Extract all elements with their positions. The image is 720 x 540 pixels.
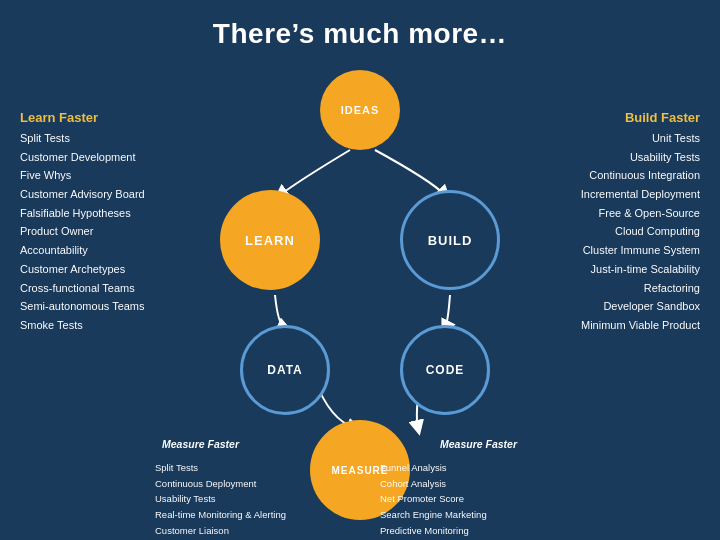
list-item: Net Promoter Score [380,491,540,507]
list-item: Cloud Computing [540,222,700,241]
list-item: Developer Sandbox [540,297,700,316]
list-item: Customer Advisory Board [20,185,180,204]
list-item: Cohort Analysis [380,476,540,492]
list-item: Funnel Analysis [380,460,540,476]
list-item: Search Engine Marketing [380,507,540,523]
bottom-right-section: Funnel Analysis Cohort Analysis Net Prom… [380,460,540,538]
list-item: Continuous Deployment [155,476,295,492]
list-item: Refactoring [540,279,700,298]
list-item: Usability Tests [540,148,700,167]
list-item: Real-time Monitoring & Alerting [155,507,295,523]
list-item: Split Tests [155,460,295,476]
ideas-circle: IDEAS [320,70,400,150]
list-item: Accountability [20,241,180,260]
build-circle: BUILD [400,190,500,290]
data-circle: DATA [240,325,330,415]
list-item: Usability Tests [155,491,295,507]
learn-faster-label: Learn Faster [20,110,180,125]
list-item: Minimum Viable Product [540,316,700,335]
list-item: Cross-functional Teams [20,279,180,298]
list-item: Split Tests [20,129,180,148]
list-item: Five Whys [20,166,180,185]
list-item: Customer Archetypes [20,260,180,279]
list-item: Product Owner [20,222,180,241]
measure-faster-left-label: Measure Faster [162,438,239,450]
list-item: Just-in-time Scalability [540,260,700,279]
code-circle: CODE [400,325,490,415]
learn-circle: LEARN [220,190,320,290]
list-item: Continuous Integration [540,166,700,185]
list-item: Unit Tests [540,129,700,148]
bottom-left-section: Split Tests Continuous Deployment Usabil… [155,460,295,538]
list-item: Falsifiable Hypotheses [20,204,180,223]
list-item: Semi-autonomous Teams [20,297,180,316]
page-title: There’s much more… [0,0,720,50]
list-item: Free & Open-Source [540,204,700,223]
diagram: IDEAS LEARN BUILD DATA CODE MEASURE [160,60,560,460]
build-faster-label: Build Faster [540,110,700,125]
list-item: Customer Liaison [155,523,295,539]
list-item: Cluster Immune System [540,241,700,260]
build-faster-section: Build Faster Unit Tests Usability Tests … [540,110,700,335]
list-item: Customer Development [20,148,180,167]
measure-faster-right-label: Measure Faster [440,438,517,450]
list-item: Smoke Tests [20,316,180,335]
learn-faster-section: Learn Faster Split Tests Customer Develo… [20,110,180,335]
list-item: Incremental Deployment [540,185,700,204]
list-item: Predictive Monitoring [380,523,540,539]
